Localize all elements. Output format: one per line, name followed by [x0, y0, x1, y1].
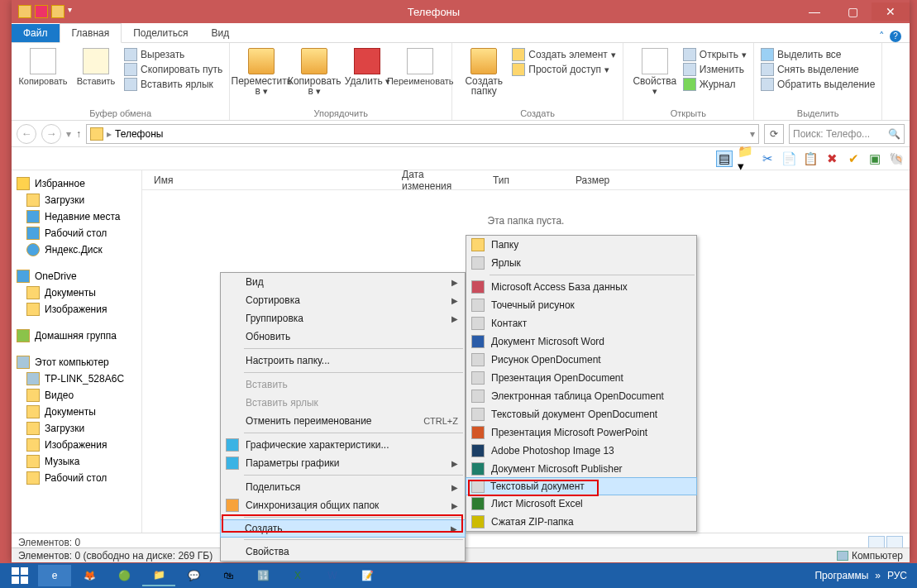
open-button[interactable]: Открыть ▾ — [683, 48, 747, 61]
submenu-ods[interactable]: Электронная таблица OpenDocument — [466, 387, 696, 405]
taskbar-app-excel[interactable]: X — [281, 565, 314, 586]
col-name[interactable]: Имя — [142, 174, 390, 186]
preview-pane-toggle[interactable]: ▤ — [716, 151, 733, 167]
submenu-contact[interactable]: Контакт — [466, 314, 696, 332]
qat-icon-2[interactable] — [35, 5, 48, 18]
tab-file[interactable]: Файл — [12, 24, 60, 42]
copy-path-button[interactable]: Скопировать путь — [124, 63, 222, 76]
submenu-publisher[interactable]: Документ Microsoft Publisher — [466, 460, 696, 478]
nav-pane[interactable]: Избранное Загрузки Недавние места Рабочи… — [12, 170, 142, 533]
col-size[interactable]: Размер — [564, 174, 630, 186]
copy-icon[interactable]: 📄 — [781, 151, 797, 167]
submenu-odg[interactable]: Рисунок OpenDocument — [466, 351, 696, 369]
search-input[interactable]: Поиск: Телефо... 🔍 — [789, 124, 905, 144]
paste-shortcut-button[interactable]: Вставить ярлык — [124, 78, 222, 91]
breadcrumb[interactable]: Телефоны — [115, 128, 163, 140]
back-button[interactable]: ← — [17, 124, 36, 144]
move-to-button[interactable]: Переместить в ▾ — [236, 45, 286, 96]
minimize-button[interactable]: — — [795, 2, 833, 21]
ribbon-collapse-icon[interactable]: ˄ — [879, 30, 885, 42]
taskbar-app-calc[interactable]: 🔢 — [246, 565, 279, 586]
sidebar-item[interactable]: Яндекс.Диск — [12, 241, 141, 258]
sidebar-item[interactable]: Рабочий стол — [12, 225, 141, 241]
close-button[interactable]: ✕ — [872, 2, 910, 21]
extra-icon[interactable]: 🐚 — [888, 151, 905, 167]
submenu-access[interactable]: Microsoft Access База данных — [466, 278, 696, 296]
menu-group[interactable]: Группировка▶ — [221, 309, 465, 327]
onedrive-header[interactable]: OneDrive — [12, 268, 141, 284]
status-computer[interactable]: Компьютер — [837, 550, 903, 562]
submenu-word[interactable]: Документ Microsoft Word — [466, 332, 696, 351]
qat-icon-3[interactable] — [51, 5, 64, 18]
sidebar-item[interactable]: Загрузки — [12, 192, 141, 208]
submenu-shortcut[interactable]: Ярлык — [466, 254, 696, 272]
titlebar[interactable]: ▾ Телефоны — ▢ ✕ — [12, 0, 910, 23]
address-path[interactable]: ▸ Телефоны ▾ — [86, 124, 759, 144]
select-all-button[interactable]: Выделить все — [761, 48, 876, 61]
submenu-ppt[interactable]: Презентация Microsoft PowerPoint — [466, 423, 696, 442]
easy-access-button[interactable]: Простой доступ ▾ — [512, 63, 616, 76]
menu-share[interactable]: Поделиться▶ — [221, 478, 465, 496]
submenu-odt[interactable]: Текстовый документ OpenDocument — [466, 405, 696, 423]
sidebar-item[interactable]: Изображения — [12, 437, 141, 453]
organize-icon[interactable]: 📁▾ — [738, 151, 754, 167]
cut-button[interactable]: Вырезать — [124, 48, 222, 61]
refresh-button[interactable]: ⟳ — [764, 124, 784, 144]
sidebar-item[interactable]: Загрузки — [12, 420, 141, 437]
system-tray[interactable]: Программы » РУС — [808, 570, 914, 581]
properties-button[interactable]: Свойства ▾ — [630, 45, 680, 96]
share-icon[interactable]: ▣ — [867, 151, 883, 167]
edit-button[interactable]: Изменить — [683, 63, 747, 76]
submenu-text-document[interactable]: Текстовый документ — [466, 477, 697, 495]
forward-button[interactable]: → — [41, 124, 61, 144]
menu-customize[interactable]: Настроить папку... — [221, 351, 465, 370]
submenu-excel[interactable]: Лист Microsoft Excel — [466, 495, 696, 513]
menu-gfx-params[interactable]: Параметры графики▶ — [221, 454, 465, 472]
start-button[interactable] — [3, 565, 36, 586]
menu-create[interactable]: Создать▶ — [220, 519, 466, 538]
sidebar-item[interactable]: Музыка — [12, 453, 141, 470]
sidebar-item[interactable]: Документы — [12, 404, 141, 420]
menu-sort[interactable]: Сортировка▶ — [221, 291, 465, 309]
submenu-odp[interactable]: Презентация OpenDocument — [466, 369, 696, 387]
taskbar-app-explorer[interactable]: 📁 — [142, 565, 175, 586]
sidebar-item[interactable]: Изображения — [12, 301, 141, 318]
paste-button[interactable]: Вставить — [71, 45, 121, 86]
cut-icon[interactable]: ✂ — [759, 151, 776, 167]
submenu-folder[interactable]: Папку — [466, 236, 696, 254]
taskbar[interactable]: e 🦊 🟢 📁 💬 🛍 🔢 X W 📝 Программы » РУС — [0, 563, 917, 588]
sidebar-item[interactable]: Видео — [12, 387, 141, 404]
maximize-button[interactable]: ▢ — [833, 2, 872, 21]
new-folder-button[interactable]: Создатьпапку — [459, 45, 509, 96]
tab-share[interactable]: Поделиться — [122, 24, 199, 42]
check-icon[interactable]: ✔ — [845, 151, 862, 167]
new-item-button[interactable]: Создать элемент ▾ — [512, 48, 616, 61]
favorites-header[interactable]: Избранное — [12, 175, 141, 192]
create-submenu[interactable]: Папку Ярлык Microsoft Access База данных… — [466, 235, 697, 532]
menu-undo-rename[interactable]: Отменить переименованиеCTRL+Z — [221, 412, 465, 430]
paste-icon[interactable]: 📋 — [802, 151, 819, 167]
sidebar-item[interactable]: Недавние места — [12, 208, 141, 225]
tab-home[interactable]: Главная — [60, 23, 122, 43]
taskbar-app-ie[interactable]: e — [38, 565, 71, 586]
col-type[interactable]: Тип — [481, 174, 564, 186]
delete-button[interactable]: Удалить ▾ — [342, 45, 392, 86]
homegroup-header[interactable]: Домашняя группа — [12, 327, 141, 344]
history-dropdown-icon[interactable]: ▾ — [66, 128, 71, 140]
history-button[interactable]: Журнал — [683, 78, 747, 91]
address-dropdown-icon[interactable]: ▾ — [750, 128, 755, 140]
menu-refresh[interactable]: Обновить — [221, 327, 465, 346]
col-date[interactable]: Дата изменения — [390, 169, 481, 192]
menu-sync[interactable]: Синхронизация общих папок▶ — [221, 496, 465, 514]
copy-to-button[interactable]: Копировать в ▾ — [289, 45, 339, 96]
tab-view[interactable]: Вид — [199, 24, 241, 42]
taskbar-app-firefox[interactable]: 🦊 — [73, 565, 106, 586]
submenu-bitmap[interactable]: Точечный рисунок — [466, 296, 696, 314]
copy-button[interactable]: Копировать — [18, 45, 68, 86]
menu-properties[interactable]: Свойства — [221, 543, 465, 561]
sidebar-item[interactable]: Рабочий стол — [12, 470, 141, 486]
delete-icon[interactable]: ✖ — [824, 151, 840, 167]
menu-view[interactable]: Вид▶ — [221, 273, 465, 291]
taskbar-app-word[interactable]: W — [316, 565, 349, 586]
up-button[interactable]: ↑ — [76, 128, 81, 140]
